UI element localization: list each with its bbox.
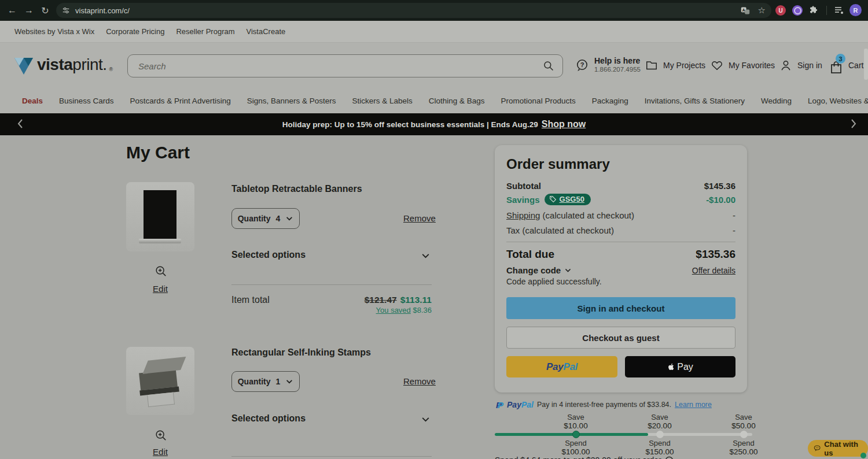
learn-more-link[interactable]: Learn more <box>675 401 712 409</box>
edit-item-link[interactable]: Edit <box>126 447 194 457</box>
help-menu[interactable]: ? Help is here 1.866.207.4955 <box>575 43 641 88</box>
milestone-3-save: Save $50.00 <box>715 413 773 430</box>
utility-nav-link[interactable]: Corporate Pricing <box>106 27 164 36</box>
shipping-link[interactable]: Shipping <box>506 210 540 220</box>
chevron-down-icon <box>564 266 572 274</box>
selected-options-toggle[interactable]: Selected options <box>231 413 306 424</box>
product-image-stamp[interactable] <box>126 347 194 415</box>
you-saved-link[interactable]: You saved <box>376 306 411 314</box>
chat-with-us-button[interactable]: Chat with us <box>808 440 868 457</box>
tax-label: Tax (calculated at checkout) <box>506 225 614 235</box>
offer-details-link[interactable]: Offer details <box>692 266 735 275</box>
site-header: vistaprint. ® ? Help is here 1.866.207.4… <box>0 43 868 88</box>
quantity-value: 4 <box>275 214 280 223</box>
selected-options-toggle[interactable]: Selected options <box>231 250 306 260</box>
checkout-as-guest-button[interactable]: Checkout as guest <box>506 327 735 349</box>
zoom-preview-icon[interactable] <box>155 265 167 277</box>
sign-in-and-checkout-button[interactable]: Sign in and checkout <box>506 297 735 319</box>
main-nav-link[interactable]: Invitations, Gifts & Stationery <box>645 97 745 105</box>
subtotal-label: Subtotal <box>506 181 541 191</box>
shipping-row: Shipping (calculated at checkout) - <box>506 210 735 220</box>
quantity-stepper[interactable]: Quantity 4 <box>231 208 300 229</box>
quantity-stepper[interactable]: Quantity 1 <box>231 371 300 392</box>
search-icon[interactable] <box>543 60 554 72</box>
extensions-puzzle-icon[interactable] <box>809 5 819 15</box>
zoom-preview-icon[interactable] <box>155 429 167 442</box>
sign-in-link[interactable]: Sign in <box>779 43 822 88</box>
main-nav-link[interactable]: Packaging <box>592 97 628 105</box>
heart-icon <box>711 59 723 72</box>
promo-code: GSG50 <box>560 195 584 203</box>
summary-divider <box>506 242 735 242</box>
utility-nav: Websites by Vista x WixCorporate Pricing… <box>0 21 868 43</box>
remove-item-link[interactable]: Remove <box>403 376 436 386</box>
promo-code-pill[interactable]: GSG50 <box>545 194 591 205</box>
url-text[interactable]: vistaprint.com/c/ <box>75 6 741 15</box>
milestone-1-spend: Spend $100.00 <box>547 439 605 456</box>
translate-icon[interactable]: A <box>741 6 750 15</box>
milestone-2-dot <box>656 431 664 438</box>
main-nav-link[interactable]: Wedding <box>761 97 792 105</box>
search-input[interactable] <box>137 61 543 72</box>
main-nav-link[interactable]: Logo, Websites & Social <box>808 97 868 105</box>
my-favorites-label: My Favorites <box>729 61 775 70</box>
browser-back-icon[interactable]: ← <box>5 3 20 18</box>
chevron-down-icon[interactable] <box>421 251 431 261</box>
utility-nav-link[interactable]: Websites by Vista x Wix <box>14 27 94 36</box>
main-nav-link[interactable]: Deals <box>22 97 43 105</box>
shipping-value: - <box>733 210 735 220</box>
cart-link[interactable]: 3 Cart <box>829 43 863 88</box>
main-nav-link[interactable]: Postcards & Print Advertising <box>130 97 231 105</box>
pay-in-4-text: Pay in 4 interest-free payments of $33.8… <box>537 401 671 409</box>
change-code-toggle[interactable]: Change code <box>506 265 572 275</box>
browser-address-bar[interactable]: vistaprint.com/c/ A ☆ <box>56 3 771 18</box>
total-due-label: Total due <box>506 248 554 261</box>
promo-text: Holiday prep: Up to 15% off select busin… <box>282 120 538 129</box>
item-name: Rectangular Self-Inking Stamps <box>231 347 371 358</box>
reading-list-icon[interactable] <box>834 6 844 15</box>
main-nav-link[interactable]: Signs, Banners & Posters <box>247 97 336 105</box>
vistaprint-logo[interactable]: vistaprint. ® <box>13 54 113 77</box>
chevron-down-icon[interactable] <box>421 414 431 424</box>
edit-item-link[interactable]: Edit <box>126 284 194 294</box>
item-name: Tabletop Retractable Banners <box>231 184 362 194</box>
product-image-banner[interactable] <box>126 182 194 251</box>
paypal-button[interactable]: PayPal <box>506 356 617 377</box>
extension-purple-icon[interactable] <box>792 5 803 16</box>
my-projects-link[interactable]: My Projects <box>645 43 705 88</box>
utility-nav-link[interactable]: VistaCreate <box>247 27 286 36</box>
banner-prev-icon[interactable] <box>16 119 24 129</box>
slider-fill <box>495 433 648 436</box>
search-bar <box>127 54 563 77</box>
banner-next-icon[interactable] <box>849 119 858 129</box>
bookmark-star-icon[interactable]: ☆ <box>758 5 766 16</box>
browser-reload-icon[interactable]: ↻ <box>38 3 53 18</box>
remove-item-link[interactable]: Remove <box>403 213 436 223</box>
main-nav-link[interactable]: Clothing & Bags <box>429 97 485 105</box>
utility-nav-link[interactable]: Reseller Program <box>176 27 234 36</box>
browser-forward-icon[interactable]: → <box>21 3 36 18</box>
browser-chrome: ← → ↻ vistaprint.com/c/ A ☆ U <box>0 0 868 21</box>
sign-in-label: Sign in <box>797 61 822 70</box>
browser-profile-avatar[interactable]: R <box>849 4 862 16</box>
savings-progress-slider: Save $10.00 Save $20.00 Save $50.00 Spen… <box>495 413 752 454</box>
info-icon[interactable] <box>665 456 674 459</box>
chat-bubble-icon <box>814 444 821 453</box>
tax-row: Tax (calculated at checkout) - <box>506 225 735 235</box>
extension-u-icon[interactable]: U <box>775 5 786 16</box>
main-nav-link[interactable]: Promotional Products <box>501 97 576 105</box>
quantity-label: Quantity <box>238 377 271 386</box>
main-nav-link[interactable]: Stickers & Labels <box>352 97 412 105</box>
promo-shop-now-link[interactable]: Shop now <box>542 119 586 129</box>
main-nav: DealsBusiness CardsPostcards & Print Adv… <box>0 88 868 113</box>
logo-text: vistaprint. <box>37 54 107 76</box>
page-scrollbar[interactable] <box>864 49 868 80</box>
apple-logo-icon <box>667 362 675 372</box>
chevron-down-icon <box>285 377 293 386</box>
apple-pay-button[interactable]: Pay <box>625 356 735 377</box>
help-phone: 1.866.207.4955 <box>594 65 641 74</box>
main-nav-link[interactable]: Business Cards <box>59 97 114 105</box>
site-info-icon[interactable] <box>62 6 70 14</box>
change-code-label: Change code <box>506 265 561 275</box>
my-favorites-link[interactable]: My Favorites <box>711 43 775 88</box>
